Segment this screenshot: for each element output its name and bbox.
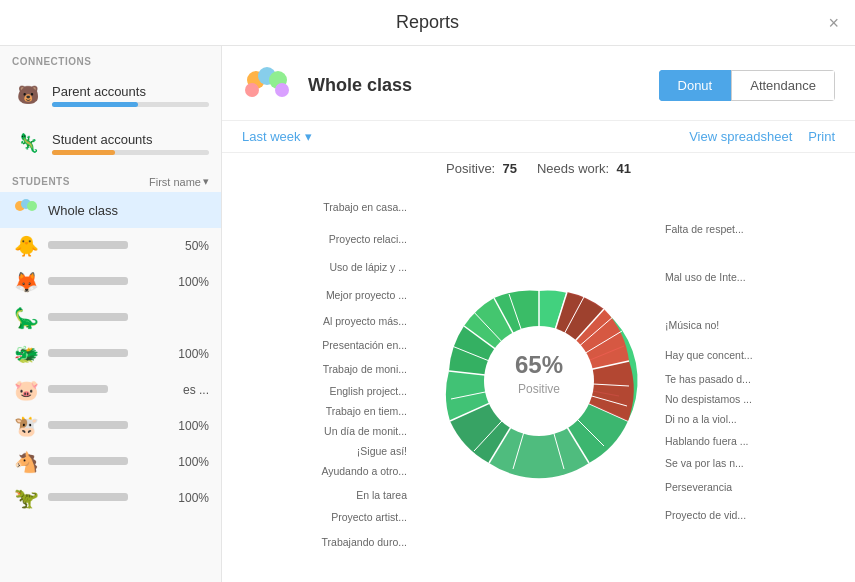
label-presentacion: Presentación en... (322, 339, 407, 351)
svg-text:Positive: Positive (517, 382, 559, 396)
label-se-va-por: Se va por las n... (665, 457, 744, 469)
student-row[interactable]: 🦖 100% (0, 480, 221, 516)
label-hay-concent: Hay que concent... (665, 349, 753, 361)
student-row[interactable]: 🐮 100% (0, 408, 221, 444)
student-row[interactable]: 🐷 es ... (0, 372, 221, 408)
student-name-bar-5 (48, 385, 108, 393)
sort-button[interactable]: First name ▾ (149, 175, 209, 188)
student-pct-5: es ... (173, 383, 209, 397)
label-musica-no: ¡Música no! (665, 319, 719, 331)
student-avatar-2: 🦊 (12, 268, 40, 296)
needs-work-value: 41 (616, 161, 630, 176)
donut-chart-wrapper: 65% Positive Trabajo en casa... Proyecto… (232, 180, 845, 582)
class-avatar (242, 60, 292, 110)
page-title: Reports (396, 12, 459, 33)
print-button[interactable]: Print (808, 129, 835, 144)
student-avatar-6: 🐮 (12, 412, 40, 440)
donut-toggle-button[interactable]: Donut (659, 70, 732, 101)
student-name-bar-3 (48, 313, 128, 321)
label-sigue-asi: ¡Sigue así! (357, 445, 407, 457)
label-mal-uso-inte: Mal uso de Inte... (665, 271, 746, 283)
label-falta-respet: Falta de respet... (665, 223, 744, 235)
title-bar: Reports × (0, 0, 855, 46)
student-row[interactable]: 🐥 50% (0, 228, 221, 264)
sidebar: CONNECTIONS 🐻 Parent accounts 🦎 Student … (0, 46, 222, 582)
student-acct-avatar: 🦎 (12, 127, 44, 159)
label-al-proyecto: Al proyecto más... (323, 315, 407, 327)
left-labels: Trabajo en casa... Proyecto relaci... Us… (232, 181, 407, 581)
student-bar (52, 150, 115, 155)
students-section-label: STUDENTS (12, 176, 70, 187)
label-no-despistamos: No despistamos ... (665, 393, 752, 405)
right-labels: Falta de respet... Mal uso de Inte... ¡M… (665, 181, 845, 581)
last-week-label: Last week (242, 129, 301, 144)
student-bar-wrap (52, 150, 209, 155)
needs-work-label: Needs work: (537, 161, 609, 176)
student-avatar-1: 🐥 (12, 232, 40, 260)
sort-label: First name (149, 176, 201, 188)
label-trabajo-casa: Trabajo en casa... (323, 201, 407, 213)
svg-point-7 (275, 83, 289, 97)
student-name-bar-6 (48, 421, 128, 429)
label-en-la-tarea: En la tarea (356, 489, 407, 501)
student-row[interactable]: 🐴 100% (0, 444, 221, 480)
attendance-toggle-button[interactable]: Attendance (731, 70, 835, 101)
label-trabajo-moni: Trabajo de moni... (323, 363, 407, 375)
label-un-dia: Un día de monit... (324, 425, 407, 437)
student-pct-8: 100% (173, 491, 209, 505)
student-row[interactable]: 🦕 (0, 300, 221, 336)
svg-text:65%: 65% (514, 351, 562, 378)
label-proyecto-relaci: Proyecto relaci... (329, 233, 407, 245)
close-button[interactable]: × (828, 12, 839, 33)
student-row[interactable]: 🦊 100% (0, 264, 221, 300)
sort-chevron-icon: ▾ (203, 175, 209, 188)
label-ayudando: Ayudando a otro... (321, 465, 407, 477)
class-title: Whole class (308, 75, 643, 96)
connections-label: CONNECTIONS (0, 46, 221, 71)
main-content: CONNECTIONS 🐻 Parent accounts 🦎 Student … (0, 46, 855, 582)
svg-point-2 (27, 201, 37, 211)
whole-class-label: Whole class (48, 203, 118, 218)
report-subheader: Last week ▾ View spreadsheet Print (222, 121, 855, 153)
view-spreadsheet-link[interactable]: View spreadsheet (689, 129, 792, 144)
student-name-bar-1 (48, 241, 128, 249)
student-accounts-label: Student accounts (52, 132, 209, 147)
stats-row: Positive: 75 Needs work: 41 (446, 153, 631, 180)
whole-class-avatar (12, 196, 40, 224)
student-avatar-8: 🦖 (12, 484, 40, 512)
chart-area: Positive: 75 Needs work: 41 (222, 153, 855, 582)
parent-bar-wrap (52, 102, 209, 107)
right-panel: Whole class Donut Attendance Last week ▾… (222, 46, 855, 582)
label-trabajo-tiem: Trabajo en tiem... (326, 405, 407, 417)
parent-accounts-label: Parent accounts (52, 84, 209, 99)
sidebar-item-parent-accounts[interactable]: 🐻 Parent accounts (0, 71, 221, 119)
sidebar-item-student-accounts[interactable]: 🦎 Student accounts (0, 119, 221, 167)
label-di-no-viol: Di no a la viol... (665, 413, 737, 425)
label-perseverancia: Perseverancia (665, 481, 732, 493)
student-name-bar-8 (48, 493, 128, 501)
label-hablando-fuera: Hablando fuera ... (665, 435, 748, 447)
student-name-bar-2 (48, 277, 128, 285)
student-avatar-7: 🐴 (12, 448, 40, 476)
last-week-filter[interactable]: Last week ▾ (242, 129, 312, 144)
sidebar-item-whole-class[interactable]: Whole class (0, 192, 221, 228)
student-row[interactable]: 🐲 100% (0, 336, 221, 372)
parent-bar (52, 102, 138, 107)
student-pct-1: 50% (173, 239, 209, 253)
student-pct-4: 100% (173, 347, 209, 361)
report-header: Whole class Donut Attendance (222, 46, 855, 121)
subheader-actions: View spreadsheet Print (689, 129, 835, 144)
student-pct-6: 100% (173, 419, 209, 433)
view-toggle: Donut Attendance (659, 70, 835, 101)
students-header: STUDENTS First name ▾ (0, 167, 221, 192)
label-uso-lapiz: Uso de lápiz y ... (329, 261, 407, 273)
label-mejor-proyecto: Mejor proyecto ... (326, 289, 407, 301)
student-pct-2: 100% (173, 275, 209, 289)
positive-label: Positive: (446, 161, 495, 176)
svg-point-37 (484, 326, 594, 436)
student-avatar-5: 🐷 (12, 376, 40, 404)
student-pct-7: 100% (173, 455, 209, 469)
label-english-project: English project... (329, 385, 407, 397)
label-te-has-pasado: Te has pasado d... (665, 373, 751, 385)
label-trabajando-duro: Trabajando duro... (322, 536, 407, 548)
